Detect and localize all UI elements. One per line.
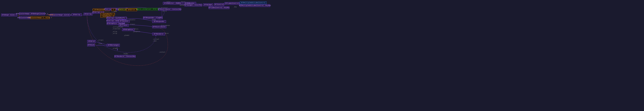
- node-label: SFAArray: [73, 14, 80, 15]
- node-label: SFYDistributer::ContextRec: [158, 8, 182, 10]
- svg-text:_virtual: _virtual: [152, 38, 159, 40]
- node-sfaheap-alloc[interactable]: SFAHeap< Alloc >: [1, 14, 17, 16]
- node-t[interactable]: T: [112, 8, 116, 11]
- node-label: SFXSize: [88, 44, 94, 46]
- node-label: SFYTracer: [120, 24, 128, 26]
- node-sfytracer[interactable]: SFYTracer: [119, 24, 128, 26]
- node-sfaclusterheap-sfodebugallocator[interactable]: SFAClusterHeap< SFODebugAllocator >: [19, 12, 45, 15]
- node-label: SFYLabelControl::KeyRec: [208, 7, 230, 8]
- node-sfxsize[interactable]: SFXSize: [87, 44, 95, 46]
- node-label: < SFCError >: [126, 9, 137, 11]
- svg-text:_handler: _handler: [129, 19, 136, 20]
- svg-text:_tracer: _tracer: [130, 23, 135, 25]
- node-sfywidget-colorrec[interactable]: SFYWidget::ColorRec: [184, 4, 202, 6]
- node-label: SFYLabelControl: [225, 2, 239, 4]
- node-label: SFYDistributer: [153, 26, 166, 28]
- node-sfxrectangle[interactable]: SFXRectangle: [107, 44, 120, 46]
- node-static-exception-sfcerror[interactable]: static_exception< SFCError >: [137, 8, 160, 10]
- svg-text:_uclip: _uclip: [112, 33, 117, 34]
- node-label: SFYHandler: [120, 20, 129, 22]
- node-sfywidget[interactable]: SFYWidget: [203, 3, 213, 6]
- node-sfyresponder-flagrec[interactable]: SFYResponder::FlagRec: [143, 16, 163, 19]
- node-sfcerror[interactable]: < SFCError >: [126, 8, 137, 11]
- svg-text:_translate: _translate: [112, 28, 120, 29]
- node-label: SFZMultipleEditLabelControl: [241, 2, 266, 4]
- node-label: SFXClusterHeap< T, Alloc >: [28, 17, 52, 18]
- svg-text:_key: _key: [234, 6, 237, 8]
- node-label: SFXRectangle: [108, 44, 119, 46]
- node-label: SFYWidget: [204, 4, 212, 6]
- node-sfxgrid[interactable]: SFXGrid: [87, 40, 96, 43]
- graphics-label: _graphics: [133, 31, 140, 32]
- node-sfydistributer-contextrec[interactable]: SFYDistributer::ContextRec: [158, 8, 181, 11]
- node-sfyrenderer-contextrec[interactable]: SFYRenderer::ContextRec: [114, 55, 136, 58]
- node-sfydistributer[interactable]: SFYDistributer: [152, 26, 166, 28]
- node-sfxgraphics[interactable]: SFXGraphics: [122, 28, 134, 31]
- diagram-svg: _buffer _node _node _cache _font _handle…: [0, 0, 644, 111]
- node-label: SFXArray: [84, 13, 92, 15]
- node-sfxrgbcolor-rgbrec[interactable]: SFXRGBColor::RGBRec: [163, 2, 182, 4]
- node-label: SFYRenderer::ContextRec: [114, 56, 136, 57]
- svg-text:_context: _context: [159, 51, 165, 53]
- node-sfyrenderer[interactable]: SFYRenderer: [152, 33, 165, 35]
- node-label: SFYWidget::ColorRec: [184, 4, 202, 6]
- node-label: SFYResponder: [154, 21, 164, 22]
- node-label: SFYResponder::FlagRec: [143, 17, 162, 18]
- node-label: T: [113, 9, 114, 11]
- node-label: SFXRGBColor::RGBRec: [164, 2, 182, 4]
- svg-text:_oclip: _oclip: [112, 31, 117, 32]
- node-sfxclusterheap-t-alloc[interactable]: SFXClusterHeap< T, Alloc >: [30, 16, 50, 19]
- svg-text:render: render: [123, 53, 128, 54]
- svg-text:_origin: _origin: [98, 39, 104, 41]
- node-label: SFAHeap< Alloc >: [2, 14, 17, 16]
- node-label: SFAClusterHeap< SFODebugAllocator >: [16, 13, 48, 15]
- node-sfxarray[interactable]: SFXArray: [84, 13, 92, 15]
- node-label: SFXArray< CacheRecPtr >: [106, 17, 127, 19]
- node-label: SFXGraphics: [123, 29, 133, 30]
- node-label: < CacheRecPtr >: [101, 13, 114, 15]
- node-sfylabelcontrol-keyrec[interactable]: SFYLabelControl::KeyRec: [209, 6, 229, 9]
- node-sfzmultipleeditlabelcontrol[interactable]: SFZMultipleEditLabelControl: [240, 1, 266, 4]
- node-sfyhandler[interactable]: SFYHandler: [119, 20, 130, 22]
- diagram-container: _buffer _node _node _cache _font _handle…: [0, 0, 644, 111]
- svg-text:_origin: _origin: [112, 47, 118, 49]
- node-label: SFYRenderer: [154, 33, 164, 35]
- uint32-label: < Uint32 >: [46, 14, 55, 15]
- svg-text:_real: _real: [152, 40, 157, 42]
- node-sfxarray-cacherecptr[interactable]: SFXArray< CacheRecPtr >: [107, 17, 127, 19]
- node-label: SFXGrid: [88, 40, 94, 42]
- node-sfycontrol[interactable]: SFYControl: [214, 3, 224, 6]
- node-sfylabelcontrol[interactable]: SFYLabelControl: [224, 2, 240, 5]
- node-label: SFZMultipleEditLabelControl::KeyRec: [239, 5, 271, 6]
- node-label: SFYControl: [215, 4, 224, 5]
- node-sfaarray[interactable]: SFAArray: [72, 13, 82, 16]
- svg-text:_global: _global: [124, 35, 130, 36]
- node-sfyresponder[interactable]: SFYResponder: [152, 20, 166, 23]
- node-sfzmultipleeditlabelcontrol-keyrec[interactable]: SFZMultipleEditLabelControl::KeyRec: [240, 4, 270, 7]
